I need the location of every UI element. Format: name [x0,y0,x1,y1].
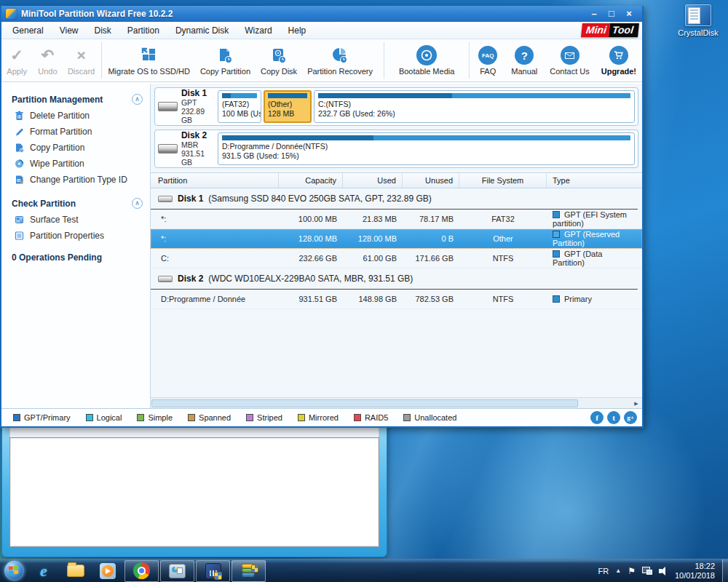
twitter-icon[interactable]: t [607,411,620,424]
internet-explorer-icon[interactable]: e [28,559,60,582]
legend-unallocated: Unallocated [403,413,456,422]
minitool-logo: Mini Tool [581,23,639,37]
disk1-group-row[interactable]: Disk 1 (Samsung SSD 840 EVO 250GB SATA, … [151,188,638,210]
column-type[interactable]: Type [547,173,642,188]
cart-icon [609,45,628,65]
crystaldiskmark-icon [205,563,221,579]
horizontal-scrollbar[interactable]: ▶ [151,397,642,408]
windows-explorer-icon[interactable] [60,559,92,582]
partition-block-c[interactable]: C:(NTFS) 232.7 GB (Used: 26%) [314,90,635,123]
id-icon: ID [15,175,24,185]
migrate-os-button[interactable]: Migrate OS to SSD/HD [103,39,194,81]
partition-block-d[interactable]: D:Programme / Donnée(NTFS) 931.5 GB (Use… [218,132,635,165]
minimize-button[interactable]: – [585,7,603,21]
menu-help[interactable]: Help [280,23,314,38]
partition-wizard-taskbar-button[interactable] [232,560,266,582]
chevron-up-icon[interactable]: ∧ [132,94,143,105]
scrollbar-thumb[interactable] [151,399,578,407]
minitool-window: MiniTool Partition Wizard Free 10.2.2 – … [0,6,644,428]
close-button[interactable]: × [620,7,638,21]
main-area: Disk 1 GPT 232.89 GB (FAT32) 100 MB (Use [151,84,642,408]
sidebar-item-format-partition[interactable]: Format Partition [1,124,150,140]
start-button[interactable] [0,559,28,582]
legend-spanned: Spanned [188,413,231,422]
partition-block-fat32[interactable]: (FAT32) 100 MB (Use [218,90,261,123]
menu-general[interactable]: General [4,23,52,38]
chrome-taskbar-button[interactable] [124,560,159,582]
clock[interactable]: 18:22 10/01/2018 [675,562,715,581]
copy-disk-button[interactable]: Copy Disk [256,39,302,81]
column-used[interactable]: Used [343,173,403,188]
legend-striped: Striped [246,413,282,422]
action-center-flag-icon[interactable]: ⚑ [628,566,636,576]
media-player-icon[interactable] [92,559,124,582]
section-check-partition[interactable]: Check Partition ∧ [1,195,150,212]
menu-dynamic-disk[interactable]: Dynamic Disk [167,23,237,38]
app-body: Partition Management ∧ Delete Partition … [1,84,642,408]
sidebar-item-change-partition-type-id[interactable]: ID Change Partition Type ID [1,172,150,188]
system-tray: FR ▲ ⚑ 18:22 10/01/2018 [598,562,722,581]
disk1-panel[interactable]: Disk 1 GPT 232.89 GB (FAT32) 100 MB (Use [154,87,638,126]
partition-table: Partition Capacity Used Unused File Syst… [151,172,642,309]
google-plus-icon[interactable]: g+ [624,411,637,424]
table-row-c[interactable]: C: 232.66 GB 61.00 GB 171.66 GB NTFS GPT… [151,249,642,268]
network-icon[interactable] [642,567,652,575]
copy-disk-icon [270,45,288,65]
sidebar-item-delete-partition[interactable]: Delete Partition [1,108,150,124]
bootable-media-button[interactable]: Bootable Media [386,39,467,81]
speaker-icon[interactable] [659,567,668,575]
crystaldiskinfo-icon [169,564,186,578]
crystaldiskmark-taskbar-button[interactable] [196,560,230,582]
contact-us-button[interactable]: Contact Us [544,39,595,81]
partition-block-other-selected[interactable]: (Other) 128 MB [264,90,312,123]
sidebar-item-surface-test[interactable]: 31 Surface Test [1,212,150,228]
sidebar-item-partition-properties[interactable]: Partition Properties [1,228,150,244]
disk2-panel[interactable]: Disk 2 MBR 931.51 GB D:Programme / Donné… [154,129,638,168]
taskbar: e FR ▲ ⚑ 18:22 10/01/2018 [0,559,728,582]
legend-color-square [354,414,361,421]
partition-recovery-button[interactable]: Partition Recovery [302,39,378,81]
undo-button[interactable]: ↶ Undo [32,39,63,81]
column-unused[interactable]: Unused [403,173,459,188]
background-window[interactable] [1,412,387,557]
hidden-icons-arrow[interactable]: ▲ [615,567,621,574]
show-desktop-button[interactable] [722,559,728,582]
legend-raid5: RAID5 [354,413,388,422]
menubar: General View Disk Partition Dynamic Disk… [1,22,642,39]
menu-view[interactable]: View [52,23,87,38]
column-file-system[interactable]: File System [459,173,547,188]
list-icon [15,231,24,241]
section-partition-management[interactable]: Partition Management ∧ [1,91,150,108]
partition-recovery-icon [331,45,349,65]
disk2-group-row[interactable]: Disk 2 (WDC WD10EALX-229BA0 SATA, MBR, 9… [151,268,638,290]
faq-button[interactable]: FAQ FAQ [471,39,505,81]
type-color-square [553,211,560,218]
column-capacity[interactable]: Capacity [279,173,343,188]
column-partition[interactable]: Partition [151,173,279,188]
table-row-d[interactable]: D:Programme / Donnée 931.51 GB 148.98 GB… [151,290,642,309]
menu-disk[interactable]: Disk [87,23,119,38]
manual-button[interactable]: ? Manual [505,39,544,81]
discard-button[interactable]: × Discard [63,39,100,81]
menu-wizard[interactable]: Wizard [237,23,280,38]
table-row-efi[interactable]: *: 100.00 MB 21.83 MB 78.17 MB FAT32 GPT… [151,210,642,229]
language-indicator[interactable]: FR [598,567,609,575]
sidebar-item-wipe-partition[interactable]: Wipe Partition [1,156,150,172]
apply-check-icon: ✓ [10,45,23,65]
desktop-icon-crystaldisk[interactable]: CrystalDisk [676,4,721,37]
table-header: Partition Capacity Used Unused File Syst… [151,172,642,188]
scroll-right-arrow[interactable]: ▶ [632,399,641,407]
sidebar-item-copy-partition[interactable]: Copy Partition [1,140,150,156]
menu-partition[interactable]: Partition [119,23,167,38]
legend-color-square [188,414,195,421]
copy-partition-button[interactable]: Copy Partition [195,39,256,81]
table-row-reserved-selected[interactable]: *: 128.00 MB 128.00 MB 0 B Other GPT (Re… [151,229,642,249]
chevron-up-icon[interactable]: ∧ [132,198,143,209]
upgrade-button[interactable]: Upgrade! [596,39,642,81]
facebook-icon[interactable]: f [590,411,604,424]
crystaldiskinfo-taskbar-button[interactable] [160,560,194,582]
maximize-button[interactable]: □ [603,7,620,21]
apply-button[interactable]: ✓ Apply [1,39,32,81]
app-icon [6,9,17,19]
crystaldisk-icon [685,4,711,26]
